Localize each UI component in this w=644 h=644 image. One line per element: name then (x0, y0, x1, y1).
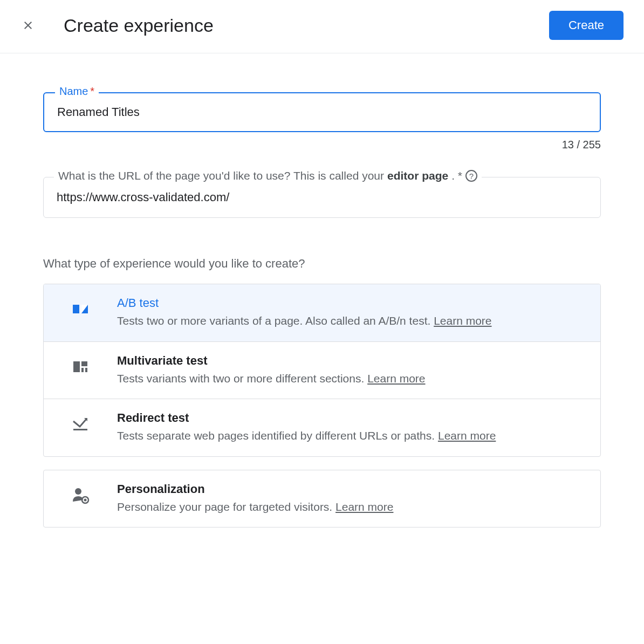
url-label-pre: What is the URL of the page you'd like t… (58, 169, 384, 182)
name-label-text: Name (59, 85, 88, 98)
url-field: What is the URL of the page you'd like t… (43, 177, 601, 218)
learn-more-link[interactable]: Learn more (367, 372, 425, 385)
url-input[interactable]: https://www.cross-validated.com/ (57, 190, 587, 204)
svg-rect-4 (81, 361, 87, 366)
dialog-header: Create experience Create (0, 0, 644, 53)
option-desc: Personalize your page for targeted visit… (117, 498, 581, 516)
option-title: Multivariate test (117, 354, 581, 368)
experience-type-group-1: A/B test Tests two or more variants of a… (43, 284, 601, 457)
url-label-bold: editor page (387, 169, 448, 182)
option-title: Redirect test (117, 411, 581, 425)
option-title: Personalization (117, 482, 581, 496)
url-label-post: . * (451, 169, 462, 182)
option-desc: Tests two or more variants of a page. Al… (117, 312, 581, 330)
redirect-icon (71, 414, 90, 434)
svg-point-11 (84, 498, 87, 501)
svg-rect-8 (73, 429, 87, 430)
learn-more-link[interactable]: Learn more (438, 429, 496, 442)
option-multivariate[interactable]: Multivariate test Tests variants with tw… (44, 342, 600, 400)
learn-more-link[interactable]: Learn more (335, 501, 393, 513)
name-label: Name * (55, 85, 99, 98)
experience-type-question: What type of experience would you like t… (43, 257, 601, 271)
svg-point-9 (75, 488, 81, 495)
svg-rect-0 (73, 305, 79, 313)
close-icon (22, 19, 35, 32)
option-redirect[interactable]: Redirect test Tests separate web pages i… (44, 399, 600, 456)
dialog-content: Name * 13 / 255 What is the URL of the p… (0, 53, 644, 549)
option-personalization[interactable]: Personalization Personalize your page fo… (44, 470, 600, 527)
required-marker: * (90, 85, 94, 98)
url-label: What is the URL of the page you'd like t… (54, 169, 482, 182)
name-field: Name * (43, 92, 601, 132)
option-desc: Tests variants with two or more differen… (117, 370, 581, 387)
name-input[interactable] (57, 105, 587, 119)
close-button[interactable] (20, 18, 36, 33)
learn-more-link[interactable]: Learn more (434, 314, 491, 327)
multivariate-icon (71, 357, 90, 376)
name-char-counter: 13 / 255 (43, 139, 601, 151)
experience-type-group-2: Personalization Personalize your page fo… (43, 470, 601, 528)
option-ab-test[interactable]: A/B test Tests two or more variants of a… (44, 284, 600, 342)
svg-rect-3 (73, 361, 80, 372)
option-title: A/B test (117, 296, 581, 310)
personalization-icon (71, 485, 90, 505)
create-button[interactable]: Create (549, 11, 624, 40)
help-icon[interactable]: ? (465, 170, 477, 182)
svg-rect-5 (81, 368, 84, 372)
page-title: Create experience (64, 15, 549, 36)
ab-test-icon (71, 299, 90, 319)
option-desc: Tests separate web pages identified by d… (117, 427, 581, 444)
svg-rect-6 (85, 368, 87, 372)
